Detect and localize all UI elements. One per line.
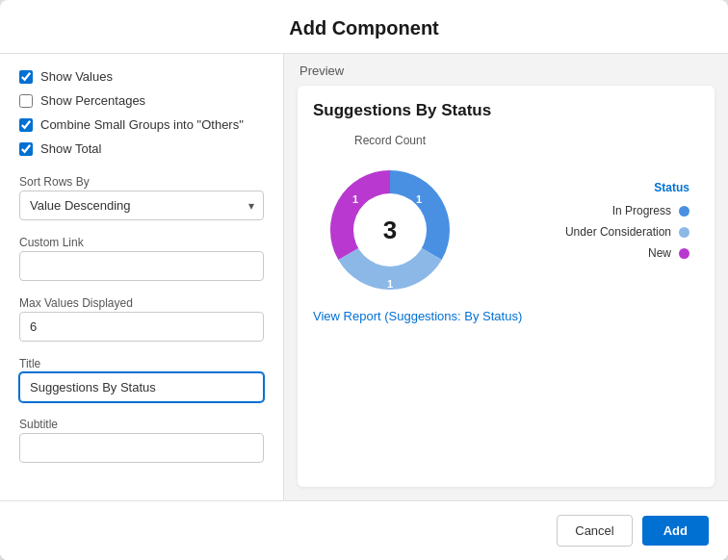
legend-item-under-consideration: Under Consideration	[565, 225, 689, 239]
checkbox-show-values: Show Values	[19, 69, 264, 84]
preview-card: Suggestions By Status Record Count	[298, 86, 715, 487]
view-report-link[interactable]: View Report (Suggestions: By Status)	[313, 309, 522, 323]
donut-center-value: 3	[383, 216, 397, 245]
sort-rows-section: Sort Rows By Value Descending Value Asce…	[19, 169, 264, 220]
record-count-label: Record Count	[354, 134, 426, 147]
segment-label-2: 1	[387, 278, 393, 290]
legend-item-new: New	[565, 246, 689, 260]
legend-dot-in-progress	[679, 206, 689, 216]
show-percentages-checkbox[interactable]	[19, 94, 33, 108]
max-values-input[interactable]	[19, 312, 264, 342]
cancel-button[interactable]: Cancel	[557, 515, 632, 547]
preview-label: Preview	[284, 54, 728, 86]
left-panel: Show Values Show Percentages Combine Sma…	[0, 54, 284, 500]
max-values-section: Max Values Displayed	[19, 291, 264, 342]
legend-dot-under-consideration	[679, 227, 689, 238]
chart-left: Record Count	[313, 134, 467, 307]
max-values-label: Max Values Displayed	[19, 296, 264, 310]
legend-dot-new	[679, 248, 689, 259]
title-input[interactable]	[19, 372, 264, 402]
legend-label-new: New	[648, 246, 671, 260]
donut-chart: 1 1 1 3	[313, 153, 467, 307]
combine-small-checkbox[interactable]	[19, 118, 33, 132]
custom-link-input[interactable]	[19, 251, 264, 281]
checkbox-combine-small: Combine Small Groups into "Others"	[19, 117, 264, 132]
combine-small-label: Combine Small Groups into "Others"	[40, 117, 244, 132]
show-total-checkbox[interactable]	[19, 142, 33, 156]
sort-rows-label: Sort Rows By	[19, 175, 264, 189]
custom-link-label: Custom Link	[19, 236, 264, 249]
legend-label-under-consideration: Under Consideration	[565, 225, 671, 239]
title-section: Title	[19, 351, 264, 402]
segment-label-3: 1	[352, 193, 358, 205]
legend-title: Status	[565, 181, 689, 194]
segment-label-1: 1	[416, 193, 422, 205]
subtitle-section: Subtitle	[19, 412, 264, 463]
sort-rows-wrapper: Value Descending Value Ascending Label C…	[19, 191, 264, 220]
show-total-label: Show Total	[40, 141, 101, 156]
right-panel: Preview Suggestions By Status Record Cou…	[284, 54, 728, 500]
title-field-label: Title	[19, 357, 264, 370]
modal-title: Add Component	[0, 0, 728, 54]
chart-legend: Status In Progress Under Consideration N…	[565, 181, 699, 260]
modal-body: Show Values Show Percentages Combine Sma…	[0, 54, 728, 500]
checkbox-show-percentages: Show Percentages	[19, 93, 264, 108]
chart-title: Suggestions By Status	[313, 101, 699, 120]
add-button[interactable]: Add	[642, 516, 709, 546]
show-percentages-label: Show Percentages	[40, 93, 145, 108]
chart-area: Record Count	[313, 126, 699, 307]
modal-footer: Cancel Add	[0, 500, 728, 560]
custom-link-section: Custom Link	[19, 230, 264, 281]
legend-item-in-progress: In Progress	[565, 204, 689, 217]
legend-label-in-progress: In Progress	[612, 204, 671, 217]
add-component-modal: Add Component Show Values Show Percentag…	[0, 0, 728, 560]
sort-rows-select[interactable]: Value Descending Value Ascending Label C…	[19, 191, 264, 220]
subtitle-field-label: Subtitle	[19, 418, 264, 431]
show-values-checkbox[interactable]	[19, 70, 33, 84]
show-values-label: Show Values	[40, 69, 113, 84]
checkbox-show-total: Show Total	[19, 141, 264, 156]
subtitle-input[interactable]	[19, 433, 264, 463]
